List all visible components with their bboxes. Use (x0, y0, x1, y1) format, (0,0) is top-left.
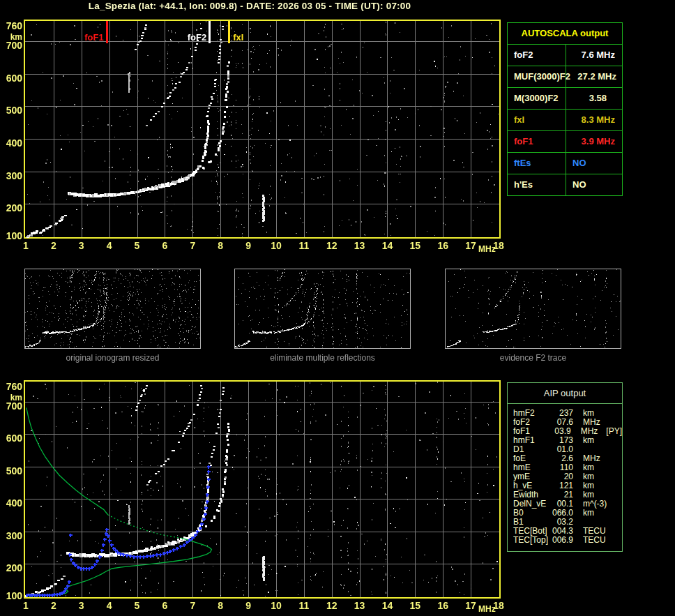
y-tick-label: 300 (0, 530, 22, 541)
autoscala-row-hEs: h'Es NO (508, 174, 622, 195)
x-tick-label: 1 (17, 240, 34, 251)
autoscala-app-window: La_Spezia (lat: +44.1, lon: 009.8) - DAT… (0, 0, 675, 616)
x-tick-label: 7 (184, 600, 201, 611)
x-tick-label: 1 (17, 600, 34, 611)
x-tick-label: 13 (351, 600, 368, 611)
parameter-label: fxI (508, 110, 566, 130)
parameter-value: 7.6 MHz (566, 45, 622, 66)
thumb-evidence-f2-trace (445, 269, 621, 349)
parameter-value: NO (566, 153, 622, 174)
x-tick-label: 3 (73, 600, 90, 611)
x-tick-label: 10 (268, 240, 285, 251)
x-tick-label: 15 (407, 240, 423, 251)
y-tick-label: 100 (0, 590, 22, 601)
aip-extra (594, 463, 602, 472)
parameter-value: 8.3 MHz (566, 110, 622, 130)
x-tick-label: 2 (45, 240, 62, 251)
parameter-label: MUF(3000)F2 (508, 66, 566, 87)
x-tick-label: 6 (156, 240, 173, 251)
aip-unit: TECU (573, 536, 606, 545)
y-tick-label: 400 (0, 497, 22, 509)
aip-extra (594, 436, 602, 445)
parameter-label: foF1 (508, 131, 566, 152)
x-tick-label: 10 (268, 600, 285, 611)
aip-row-tectop: TEC[Top]006.9TECU (508, 536, 622, 545)
autoscala-row-foF1: foF1 3.9 MHz (508, 131, 622, 153)
y-tick-label: 600 (0, 73, 22, 84)
aip-extra (600, 454, 609, 463)
parameter-value: 3.58 (566, 88, 622, 109)
aip-unit: km (573, 509, 594, 518)
aip-extra (606, 536, 614, 545)
x-tick-label: 17 (462, 240, 479, 251)
x-tick-label: 9 (240, 240, 257, 251)
aip-extra: [PY] (598, 427, 622, 436)
x-axis-unit-label: MHz (478, 244, 496, 254)
parameter-value: 27.2 MHz (566, 66, 622, 87)
x-tick-label: 15 (407, 600, 423, 611)
thumb-caption-evidence: evidence F2 trace (445, 353, 621, 363)
y-tick-label: 500 (0, 465, 22, 476)
y-tick-label: 300 (0, 170, 22, 181)
y-tick-label: 400 (0, 137, 22, 149)
x-tick-label: 11 (296, 240, 312, 251)
autoscala-output-panel: AUTOSCALA output foF2 7.6 MHz MUF(3000)F… (507, 22, 623, 196)
parameter-label: foF2 (508, 45, 566, 66)
x-tick-label: 3 (73, 240, 90, 251)
thumb-original-ionogram (24, 269, 201, 349)
aip-unit (573, 445, 583, 454)
marker-label-foF2: foF2 (177, 32, 206, 43)
parameter-value: 3.9 MHz (566, 131, 622, 152)
aip-panel-title: AIP output (508, 383, 622, 404)
aip-unit (573, 518, 583, 527)
x-tick-label: 7 (184, 240, 201, 251)
parameter-value: NO (566, 174, 622, 195)
station-header: La_Spezia (lat: +44.1, lon: 009.8) - DAT… (24, 1, 475, 11)
aip-extra (594, 509, 602, 518)
parameter-label: M(3000)F2 (508, 88, 566, 109)
x-tick-label: 17 (462, 600, 479, 611)
x-tick-label: 5 (129, 240, 146, 251)
y-axis-unit-label: km (0, 32, 22, 42)
y-tick-label: 200 (0, 202, 22, 213)
x-tick-label: 12 (324, 240, 340, 251)
autoscala-panel-title: AUTOSCALA output (508, 23, 622, 45)
aip-unit: km (573, 436, 594, 445)
autoscala-row-M3000F2: M(3000)F2 3.58 (508, 88, 622, 110)
x-tick-label: 16 (434, 240, 451, 251)
thumb-caption-original: original ionogram resized (24, 353, 201, 363)
x-tick-label: 4 (101, 600, 118, 611)
x-tick-label: 13 (351, 240, 368, 251)
x-tick-label: 5 (129, 600, 146, 611)
marker-label-fxI: fxI (233, 32, 262, 43)
y-tick-label: 200 (0, 562, 22, 573)
y-tick-label: 760 (0, 381, 22, 392)
x-tick-label: 14 (379, 240, 395, 251)
autoscala-row-MUF3000F2: MUF(3000)F2 27.2 MHz (508, 66, 622, 88)
aip-value: 006.9 (549, 536, 573, 545)
x-axis-unit-label: MHz (478, 604, 496, 614)
x-tick-label: 8 (212, 600, 229, 611)
aip-label: TEC[Top] (508, 536, 549, 545)
parameter-label: h'Es (508, 174, 566, 195)
x-tick-label: 4 (101, 240, 118, 251)
autoscala-row-fxI: fxI 8.3 MHz (508, 110, 622, 131)
aip-rows-container: hmF2237kmfoF207.6MHzfoF103.9MHz[PY]hmF11… (508, 404, 622, 545)
autoscala-row-ftEs: ftEs NO (508, 153, 622, 174)
y-tick-label: 760 (0, 20, 22, 31)
x-tick-label: 11 (296, 600, 312, 611)
x-tick-label: 14 (379, 600, 395, 611)
x-tick-label: 6 (156, 600, 173, 611)
aip-extra (606, 527, 614, 536)
y-tick-label: 500 (0, 105, 22, 116)
x-tick-label: 12 (324, 600, 340, 611)
y-tick-label: 100 (0, 230, 22, 241)
aip-output-panel: AIP output hmF2237kmfoF207.6MHzfoF103.9M… (507, 382, 623, 552)
aip-extra (607, 499, 615, 509)
parameter-label: ftEs (508, 153, 566, 174)
thumb-caption-eliminate: eliminate multiple reflections (234, 353, 411, 363)
autoscala-row-foF2: foF2 7.6 MHz (508, 45, 622, 66)
thumb-eliminate-reflections (234, 269, 411, 349)
x-tick-label: 9 (240, 600, 257, 611)
y-axis-unit-label: km (0, 393, 22, 403)
